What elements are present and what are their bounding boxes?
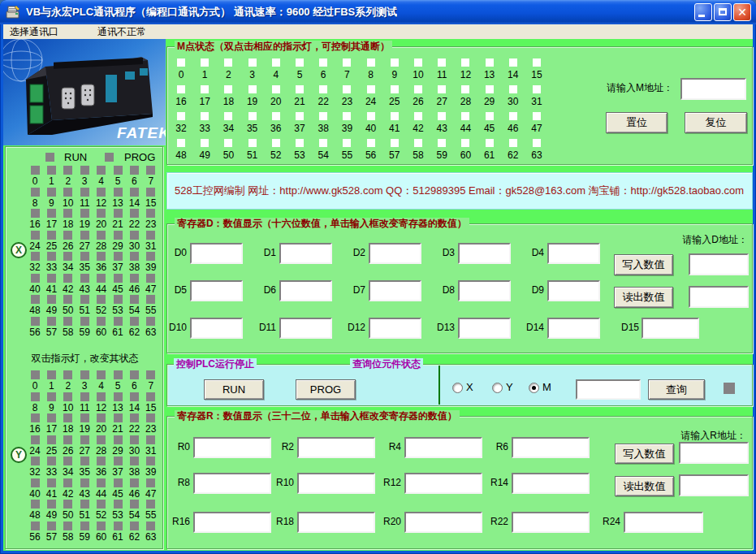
x-indicator-61[interactable]	[114, 317, 123, 326]
m-indicator-59[interactable]	[438, 139, 446, 147]
x-indicator-1[interactable]	[47, 166, 56, 175]
r8-input[interactable]	[193, 473, 271, 494]
x-indicator-42[interactable]	[63, 274, 72, 283]
d11-input[interactable]	[279, 318, 332, 339]
y-indicator-51[interactable]	[80, 500, 89, 509]
m-indicator-50[interactable]	[224, 139, 232, 147]
x-indicator-27[interactable]	[80, 231, 89, 240]
y-indicator-38[interactable]	[130, 457, 139, 465]
r4-input[interactable]	[404, 437, 482, 458]
r6-input[interactable]	[512, 437, 590, 458]
y-indicator-4[interactable]	[97, 370, 106, 379]
y-indicator-54[interactable]	[130, 500, 139, 509]
x-indicator-2[interactable]	[63, 166, 72, 175]
x-indicator-10[interactable]	[63, 188, 72, 197]
m-indicator-25[interactable]	[391, 85, 399, 93]
m-indicator-20[interactable]	[272, 85, 280, 93]
x-indicator-53[interactable]	[114, 295, 123, 304]
r-read-button[interactable]: 读出数值	[615, 476, 674, 496]
y-indicator-20[interactable]	[97, 413, 106, 422]
y-indicator-63[interactable]	[146, 522, 155, 530]
x-indicator-32[interactable]	[31, 252, 40, 261]
x-indicator-63[interactable]	[146, 317, 155, 326]
x-indicator-39[interactable]	[146, 252, 155, 261]
x-indicator-60[interactable]	[97, 317, 106, 326]
r20-input[interactable]	[404, 512, 482, 533]
x-indicator-30[interactable]	[130, 231, 139, 240]
m-indicator-31[interactable]	[533, 85, 541, 93]
x-indicator-33[interactable]	[47, 252, 56, 261]
r2-input[interactable]	[297, 437, 375, 458]
x-indicator-57[interactable]	[47, 317, 56, 326]
y-indicator-21[interactable]	[114, 413, 123, 422]
y-indicator-6[interactable]	[130, 370, 139, 379]
m-indicator-19[interactable]	[248, 85, 257, 93]
query-address-input[interactable]	[576, 379, 641, 400]
m-indicator-58[interactable]	[414, 139, 422, 147]
m-indicator-1[interactable]	[201, 58, 209, 67]
x-indicator-46[interactable]	[130, 274, 139, 283]
y-indicator-59[interactable]	[80, 522, 89, 530]
y-indicator-40[interactable]	[31, 478, 40, 487]
x-indicator-18[interactable]	[63, 209, 72, 218]
m-indicator-23[interactable]	[343, 85, 351, 93]
y-indicator-15[interactable]	[146, 392, 155, 401]
x-indicator-36[interactable]	[97, 252, 106, 261]
x-indicator-22[interactable]	[130, 209, 139, 218]
y-indicator-25[interactable]	[47, 435, 56, 444]
m-indicator-51[interactable]	[248, 139, 257, 147]
y-indicator-34[interactable]	[63, 457, 72, 465]
m-indicator-39[interactable]	[343, 112, 351, 120]
y-indicator-3[interactable]	[80, 370, 89, 379]
m-indicator-14[interactable]	[509, 58, 517, 67]
x-indicator-8[interactable]	[31, 188, 40, 197]
y-indicator-46[interactable]	[130, 478, 139, 487]
x-indicator-26[interactable]	[63, 231, 72, 240]
y-indicator-49[interactable]	[47, 500, 56, 509]
d5-input[interactable]	[190, 280, 243, 301]
r0-input[interactable]	[193, 437, 271, 458]
x-indicator-16[interactable]	[31, 209, 40, 218]
x-indicator-15[interactable]	[146, 188, 155, 197]
m-indicator-36[interactable]	[272, 112, 280, 120]
y-indicator-7[interactable]	[146, 370, 155, 379]
m-indicator-0[interactable]	[177, 58, 185, 67]
m-indicator-62[interactable]	[509, 139, 517, 147]
x-indicator-6[interactable]	[130, 166, 139, 175]
y-indicator-22[interactable]	[130, 413, 139, 422]
r-write-value-input[interactable]	[679, 442, 749, 464]
m-indicator-43[interactable]	[438, 112, 446, 120]
x-indicator-45[interactable]	[114, 274, 123, 283]
m-indicator-26[interactable]	[414, 85, 422, 93]
x-indicator-21[interactable]	[114, 209, 123, 218]
y-indicator-14[interactable]	[130, 392, 139, 401]
x-indicator-49[interactable]	[47, 295, 56, 304]
x-indicator-9[interactable]	[47, 188, 56, 197]
m-indicator-46[interactable]	[509, 112, 517, 120]
m-indicator-17[interactable]	[201, 85, 209, 93]
m-indicator-37[interactable]	[296, 112, 304, 120]
y-indicator-43[interactable]	[80, 478, 89, 487]
menu-item-select-port[interactable]: 选择通讯口	[3, 24, 67, 40]
m-indicator-10[interactable]	[414, 58, 422, 67]
y-indicator-11[interactable]	[80, 392, 89, 401]
m-indicator-38[interactable]	[319, 112, 327, 120]
x-indicator-14[interactable]	[130, 188, 139, 197]
x-indicator-54[interactable]	[130, 295, 139, 304]
y-indicator-23[interactable]	[146, 413, 155, 422]
m-indicator-30[interactable]	[509, 85, 517, 93]
m-indicator-52[interactable]	[272, 139, 280, 147]
d10-input[interactable]	[190, 318, 243, 339]
m-indicator-3[interactable]	[248, 58, 257, 67]
m-indicator-12[interactable]	[461, 58, 469, 67]
m-indicator-9[interactable]	[391, 58, 399, 67]
x-indicator-56[interactable]	[31, 317, 40, 326]
d3-input[interactable]	[458, 243, 511, 264]
y-indicator-48[interactable]	[31, 500, 40, 509]
d-write-value-input[interactable]	[689, 253, 749, 275]
d12-input[interactable]	[369, 318, 421, 339]
y-indicator-28[interactable]	[97, 435, 106, 444]
m-indicator-53[interactable]	[296, 139, 304, 147]
d8-input[interactable]	[458, 280, 511, 301]
m-indicator-5[interactable]	[296, 58, 304, 67]
